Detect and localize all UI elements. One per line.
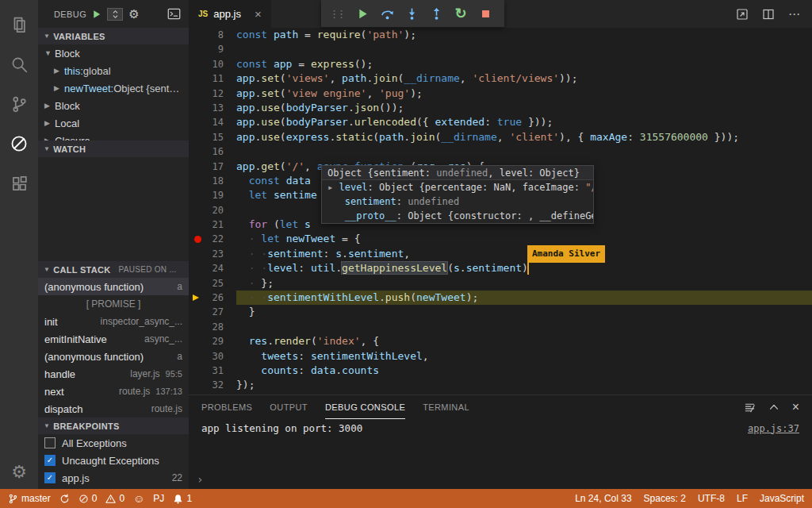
code-line[interactable]: 16 (189, 144, 812, 159)
activity-source-control-icon[interactable] (0, 84, 38, 124)
code-line[interactable]: 8const path = require('path'); (189, 28, 812, 42)
variable-row[interactable]: ▶newTweet: Object {sent… (38, 79, 189, 97)
debug-console-toggle-icon[interactable] (167, 8, 181, 20)
line-number[interactable]: 26 (189, 291, 236, 305)
code-editor[interactable]: 8const path = require('path');910const a… (189, 28, 812, 394)
callstack-frame[interactable]: (anonymous function)a (38, 348, 189, 365)
code-line[interactable]: 26 · ·sentimentWithLevel.push(newTweet); (189, 291, 812, 305)
line-number[interactable]: 16 (189, 144, 236, 159)
line-number[interactable]: 29 (189, 334, 236, 348)
variable-row[interactable]: ▼Block (38, 44, 189, 62)
activity-explorer-icon[interactable] (0, 5, 38, 44)
status-live-share-user[interactable]: PJ (153, 493, 164, 504)
split-editor-icon[interactable] (762, 8, 775, 21)
debug-config-dropdown[interactable] (107, 8, 123, 21)
callstack-frame[interactable]: (anonymous function)a (38, 278, 189, 295)
line-number[interactable]: 21 (189, 217, 236, 232)
code-line[interactable]: 31 counts: data.counts (189, 364, 812, 378)
code-line[interactable]: 12app.set('view engine', 'pug'); (189, 87, 812, 101)
settings-gear-icon[interactable]: ⚙ (0, 464, 38, 481)
console-source-link[interactable]: app.js:37 (748, 423, 799, 434)
line-number[interactable]: 19 (189, 188, 236, 202)
line-number[interactable]: 8 (189, 28, 236, 42)
breakpoint-row[interactable]: ✓Uncaught Exceptions (38, 452, 189, 469)
line-number[interactable]: 9 (189, 42, 236, 56)
code-line[interactable]: 24 · ·level: util.getHappinessLevel(s.se… (189, 261, 812, 275)
code-line[interactable]: 30 tweets: sentimentWithLevel, (189, 349, 812, 364)
tooltip-row[interactable]: ▸ level: Object {percentage: NaN, faceIm… (322, 180, 593, 194)
line-number[interactable]: 18 (189, 174, 236, 188)
variable-row[interactable]: ▶Block (38, 97, 189, 114)
breakpoint-row[interactable]: All Exceptions (38, 434, 189, 452)
line-number[interactable]: 17 (189, 160, 236, 174)
callstack-frame[interactable]: emitInitNativeasync_... (38, 330, 189, 348)
step-out-button[interactable] (425, 2, 447, 25)
stop-button[interactable] (474, 2, 496, 25)
breakpoint-row[interactable]: ✓app.js22 (38, 469, 189, 487)
callstack-frame[interactable]: handlelayer.js95:5 (38, 365, 189, 383)
line-number[interactable]: 20 (189, 203, 236, 217)
code-line[interactable]: 27 } (189, 305, 812, 319)
status-git-branch[interactable]: master (8, 493, 51, 504)
watch-section-header[interactable]: ▼WATCH (38, 140, 189, 157)
code-line[interactable]: 14app.use(bodyParser.urlencoded({ extend… (189, 115, 812, 129)
step-over-button[interactable] (376, 2, 398, 25)
status-sync[interactable] (59, 494, 70, 504)
status-encoding[interactable]: UTF-8 (698, 493, 725, 504)
activity-extensions-icon[interactable] (0, 164, 38, 203)
line-number[interactable]: 32 (189, 378, 236, 392)
code-line[interactable]: 15app.use(express.static(path.join(__dir… (189, 130, 812, 144)
console-input[interactable]: › (189, 473, 812, 489)
breakpoint-dot[interactable] (194, 236, 201, 243)
code-line[interactable]: 22 · let newTweet = { (189, 232, 812, 246)
panel-tab-problems[interactable]: PROBLEMS (201, 395, 252, 419)
debug-settings-gear-icon[interactable]: ⚙ (128, 8, 139, 20)
line-number[interactable]: 10 (189, 57, 236, 71)
variables-section-header[interactable]: ▼VARIABLES (38, 28, 189, 44)
variable-row[interactable]: ▶this: global (38, 62, 189, 79)
code-line[interactable]: 25 · }; (189, 276, 812, 291)
line-number[interactable]: 30 (189, 349, 236, 364)
callstack-frame[interactable]: nextroute.js137:13 (38, 383, 189, 400)
code-line[interactable]: 29 res.render('index', { (189, 334, 812, 348)
chevron-up-icon[interactable] (768, 402, 779, 413)
step-into-button[interactable] (400, 2, 423, 25)
breakpoints-section-header[interactable]: ▼BREAKPOINTS (38, 418, 189, 434)
more-actions-icon[interactable]: ⋯ (788, 7, 801, 21)
status-language-mode[interactable]: JavaScript (760, 493, 804, 504)
panel-tab-terminal[interactable]: TERMINAL (423, 395, 469, 419)
panel-tab-debug-console[interactable]: DEBUG CONSOLE (325, 395, 405, 419)
close-panel-icon[interactable]: × (792, 401, 799, 414)
callstack-frame[interactable]: initinspector_async_... (38, 313, 189, 330)
variable-row[interactable]: ▶Closure (38, 132, 189, 140)
restart-button[interactable]: ↻ (450, 2, 472, 25)
callstack-frame[interactable]: dispatchroute.js (38, 400, 189, 418)
line-number[interactable]: 28 (189, 320, 236, 334)
start-debug-button[interactable] (92, 10, 102, 19)
line-number[interactable]: 14 (189, 115, 236, 129)
line-number[interactable]: 15 (189, 130, 236, 144)
tab-app-js[interactable]: JS app.js × (189, 0, 271, 28)
activity-search-icon[interactable] (0, 44, 38, 84)
checkbox[interactable]: ✓ (44, 472, 56, 483)
continue-button[interactable] (351, 2, 373, 25)
line-number[interactable]: 23 (189, 247, 236, 261)
line-number[interactable]: 27 (189, 305, 236, 319)
line-number[interactable]: 13 (189, 101, 236, 115)
callstack-section-header[interactable]: ▼CALL STACKPAUSED ON ... (38, 261, 189, 278)
status-warnings[interactable]: 0 (105, 493, 124, 504)
code-line[interactable]: 11app.set('views', path.join(__dirname, … (189, 71, 812, 86)
status-feedback-smiley[interactable]: ☺ (133, 493, 144, 504)
checkbox[interactable] (44, 437, 56, 448)
code-line[interactable]: 28 (189, 320, 812, 334)
variable-row[interactable]: ▶Local (38, 114, 189, 132)
clear-console-icon[interactable] (744, 402, 756, 414)
close-icon[interactable]: × (255, 8, 262, 20)
line-number[interactable]: 31 (189, 364, 236, 378)
status-errors[interactable]: 0 (79, 493, 98, 504)
status-notifications[interactable]: 1 (173, 493, 192, 504)
line-number[interactable]: 25 (189, 276, 236, 291)
panel-tab-output[interactable]: OUTPUT (270, 395, 308, 419)
status-cursor-position[interactable]: Ln 24, Col 33 (575, 493, 631, 504)
activity-debug-icon[interactable] (0, 124, 38, 164)
